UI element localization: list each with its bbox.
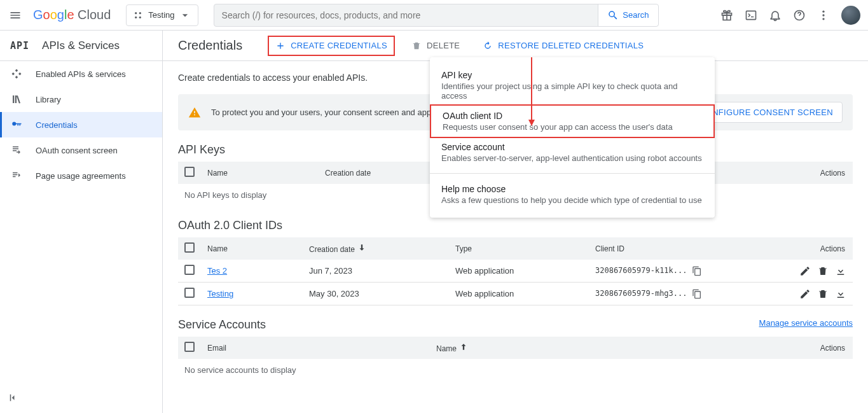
search-button[interactable]: Search — [598, 4, 658, 26]
row-checkbox[interactable] — [184, 265, 195, 275]
col-actions: Actions — [714, 162, 853, 184]
sidebar-item-label: Enabled APIs & services — [36, 69, 126, 79]
col-email[interactable]: Email — [201, 337, 430, 359]
svg-point-8 — [822, 10, 824, 12]
col-client-id[interactable]: Client ID — [589, 237, 765, 260]
notifications-icon[interactable] — [769, 9, 782, 22]
client-name-link[interactable]: Testing — [207, 289, 233, 298]
service-accounts-empty: No service accounts to display — [178, 359, 853, 381]
google-cloud-logo[interactable]: Google Cloud — [31, 8, 111, 22]
create-credentials-button[interactable]: CREATE CREDENTIALS — [268, 36, 395, 56]
cell-client-id: 320867605979-k11k... — [595, 266, 687, 275]
sidebar-item-label: Credentials — [36, 120, 78, 130]
menu-item-desc: Asks a few questions to help you decide … — [441, 195, 703, 205]
svg-point-0 — [135, 12, 137, 14]
oauth-clients-heading: OAuth 2.0 Client IDs — [178, 219, 853, 232]
cell-client-id: 320867605979-mhg3... — [595, 289, 687, 298]
sidebar-item-page-usage[interactable]: Page usage agreements — [0, 163, 162, 188]
consent-icon — [10, 144, 23, 156]
restore-icon — [483, 41, 493, 51]
avatar[interactable] — [841, 6, 860, 25]
key-icon — [10, 119, 23, 130]
col-type[interactable]: Type — [449, 237, 589, 260]
menu-item-desc: Requests user consent so your app can ac… — [443, 122, 702, 132]
restore-label: RESTORE DELETED CREDENTIALS — [498, 41, 644, 50]
agreement-icon — [10, 170, 23, 181]
select-all-checkbox[interactable] — [184, 167, 195, 177]
download-icon[interactable] — [835, 288, 846, 300]
trash-icon[interactable] — [817, 288, 829, 300]
svg-rect-6 — [747, 11, 756, 19]
cell-type: Web application — [449, 260, 589, 283]
service-accounts-heading: Service Accounts Manage service accounts — [178, 318, 853, 332]
svg-point-3 — [139, 16, 141, 18]
sidebar-item-label: OAuth consent screen — [36, 146, 118, 155]
select-all-checkbox[interactable] — [184, 242, 195, 253]
select-all-checkbox[interactable] — [184, 342, 195, 352]
search-bar[interactable]: Search — [214, 4, 659, 27]
menu-item-oauth-client-id[interactable]: OAuth client ID Requests user consent so… — [430, 104, 715, 138]
menu-item-service-account[interactable]: Service account Enables server-to-server… — [430, 137, 715, 168]
edit-icon[interactable] — [799, 265, 811, 277]
sort-desc-icon — [357, 243, 366, 252]
menu-item-desc: Enables server-to-server, app-level auth… — [441, 153, 703, 163]
oauth-clients-table: Name Creation date Type Client ID Action… — [178, 237, 853, 305]
svg-point-2 — [135, 16, 137, 18]
col-name[interactable]: Name — [430, 337, 655, 359]
client-name-link[interactable]: Tes 2 — [207, 266, 227, 276]
svg-point-1 — [139, 12, 141, 14]
edit-icon[interactable] — [799, 288, 811, 300]
cell-creation: May 30, 2023 — [303, 283, 449, 305]
menu-item-title: Help me choose — [441, 184, 703, 194]
svg-point-10 — [822, 18, 824, 20]
library-icon — [10, 94, 23, 105]
sidebar-item-enabled-apis[interactable]: Enabled APIs & services — [0, 61, 162, 87]
leftnav-header: API APIs & Services — [0, 31, 162, 61]
copy-icon[interactable] — [692, 266, 702, 276]
table-row: Tes 2 Jun 7, 2023 Web application 320867… — [178, 260, 853, 283]
api-logo: API — [10, 40, 29, 52]
menu-item-title: Service account — [441, 142, 703, 152]
search-icon — [607, 10, 619, 21]
more-icon[interactable] — [817, 9, 830, 22]
plus-icon — [275, 41, 286, 51]
collapse-nav-button[interactable] — [8, 392, 19, 405]
sidebar-item-library[interactable]: Library — [0, 87, 162, 112]
table-row: Testing May 30, 2023 Web application 320… — [178, 283, 853, 305]
search-button-label: Search — [623, 10, 649, 20]
cell-creation: Jun 7, 2023 — [303, 260, 449, 283]
download-icon[interactable] — [835, 265, 846, 277]
copy-icon[interactable] — [692, 289, 702, 299]
search-input[interactable] — [214, 5, 598, 25]
nav-menu-button[interactable] — [8, 8, 23, 23]
sidebar-item-credentials[interactable]: Credentials — [0, 112, 162, 137]
delete-button[interactable]: DELETE — [405, 37, 466, 55]
gift-icon[interactable] — [720, 9, 733, 22]
col-actions: Actions — [765, 237, 853, 260]
col-name[interactable]: Name — [201, 237, 303, 260]
project-name: Testing — [148, 10, 174, 20]
col-actions: Actions — [655, 337, 853, 359]
menu-item-api-key[interactable]: API key Identifies your project using a … — [430, 65, 715, 106]
menu-item-desc: Identifies your project using a simple A… — [441, 81, 703, 101]
menu-item-help-me-choose[interactable]: Help me choose Asks a few questions to h… — [430, 179, 715, 210]
col-name[interactable]: Name — [201, 162, 319, 184]
trash-icon[interactable] — [817, 265, 829, 277]
sidebar-item-label: Library — [36, 95, 61, 104]
leftnav-title: APIs & Services — [42, 39, 120, 52]
menu-item-title: OAuth client ID — [443, 111, 702, 121]
sidebar-item-oauth-consent[interactable]: OAuth consent screen — [0, 137, 162, 163]
sidebar-item-label: Page usage agreements — [36, 171, 126, 181]
warning-icon — [188, 106, 201, 119]
manage-service-accounts-link[interactable]: Manage service accounts — [759, 318, 853, 328]
col-creation[interactable]: Creation date — [303, 237, 449, 260]
restore-deleted-button[interactable]: RESTORE DELETED CREDENTIALS — [476, 37, 650, 55]
cloud-shell-icon[interactable] — [745, 9, 757, 22]
diamond-icon — [10, 68, 23, 80]
project-picker[interactable]: Testing — [126, 4, 198, 26]
sort-asc-icon — [459, 342, 468, 351]
row-checkbox[interactable] — [184, 288, 195, 298]
cell-type: Web application — [449, 283, 589, 305]
page-title: Credentials — [178, 38, 242, 53]
help-icon[interactable] — [793, 9, 806, 22]
